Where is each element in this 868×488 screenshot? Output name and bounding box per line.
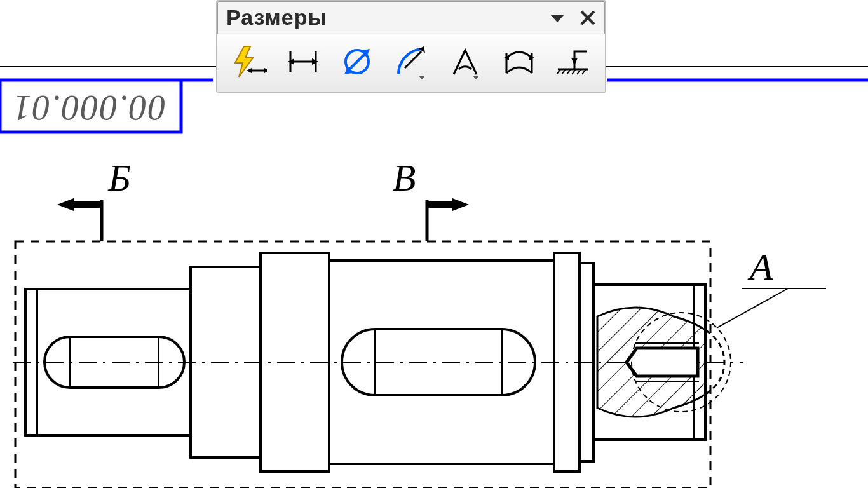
svg-marker-4: [452, 198, 469, 211]
angle-icon: [447, 44, 483, 79]
close-icon: [580, 10, 596, 26]
toolbar-titlebar[interactable]: Размеры: [217, 1, 605, 34]
diameter-icon: [339, 44, 375, 79]
toolbar-close-button[interactable]: [580, 10, 596, 26]
linear-dimension-button[interactable]: [279, 41, 327, 83]
titleblock-number: 00.000.01: [12, 88, 166, 128]
toolbar-menu-button[interactable]: [549, 10, 566, 26]
radial-dimension-icon: [393, 44, 429, 79]
svg-line-24: [717, 288, 788, 328]
auto-dimension-button[interactable]: [225, 41, 273, 83]
toolbar-button-row: [217, 34, 605, 92]
svg-marker-1: [57, 198, 74, 211]
section-label-v: В: [393, 157, 416, 199]
svg-marker-44: [419, 76, 425, 79]
level-mark-icon: [555, 44, 591, 79]
svg-marker-26: [550, 15, 564, 22]
diameter-dimension-button[interactable]: [333, 41, 381, 83]
linear-dimension-icon: [285, 44, 321, 79]
dimensions-toolbar[interactable]: Размеры: [216, 0, 606, 93]
angular-dimension-button[interactable]: [442, 41, 489, 83]
svg-marker-57: [571, 58, 578, 65]
arc-length-icon: [501, 44, 537, 79]
detail-label-a: А: [747, 246, 773, 288]
svg-line-39: [348, 53, 366, 71]
titleblock-tab: 00.000.01: [0, 80, 181, 132]
chevron-down-icon: [549, 10, 566, 26]
arc-dimension-button[interactable]: [496, 41, 543, 83]
section-mark-v: В: [393, 157, 469, 241]
section-label-b: Б: [107, 157, 130, 199]
svg-marker-45: [473, 76, 479, 79]
section-mark-b: Б: [57, 157, 131, 241]
radial-dimension-button[interactable]: [387, 41, 435, 83]
svg-marker-32: [264, 68, 267, 73]
toolbar-title-text: Размеры: [226, 5, 327, 30]
height-dimension-button[interactable]: [550, 41, 597, 83]
lightning-dimension-icon: [231, 44, 267, 79]
svg-marker-31: [247, 68, 252, 73]
